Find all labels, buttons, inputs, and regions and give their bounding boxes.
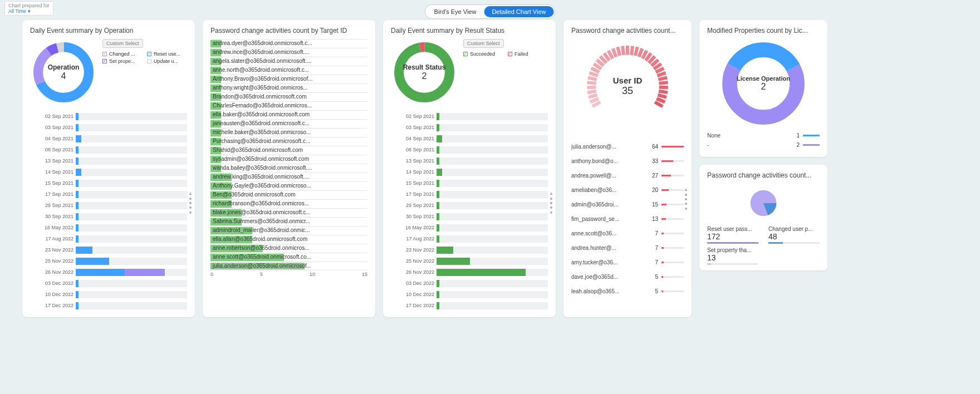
bar-row[interactable]: 03 Dec 2022 <box>30 278 187 288</box>
bar-row[interactable]: 30 Sep 2021 <box>391 211 548 221</box>
bar-row[interactable]: richardbranson@o365droid.onmicros... <box>210 199 367 208</box>
bar-row[interactable]: 02 Sep 2021 <box>391 111 548 121</box>
bar-row[interactable]: andrea.dyer@o365droid.onmicrosoft.c... <box>210 39 367 48</box>
bar-row[interactable]: 17 Dec 2022 <box>391 301 548 311</box>
pie-password-activities[interactable] <box>738 184 788 223</box>
bar-row[interactable]: 17 Sep 2021 <box>30 189 187 199</box>
chevron-up-icon[interactable]: ▲ <box>684 187 688 192</box>
custom-select-button[interactable]: Custom Select <box>102 39 143 48</box>
bar-row[interactable]: 29 Sep 2021 <box>30 200 187 210</box>
bar-row[interactable]: CharlesFernado@o365droid.onmicros... <box>210 101 367 110</box>
bar-row[interactable]: 13 Sep 2021 <box>30 156 187 166</box>
gauge-user-id[interactable]: User ID 35 <box>580 39 675 134</box>
chevron-down-icon[interactable]: ▼ <box>684 206 688 211</box>
legend-item[interactable]: Succeeded <box>463 51 503 57</box>
list-item[interactable]: andrea.hunter@...7 <box>571 240 684 255</box>
bar-row[interactable]: 30 Sep 2021 <box>30 211 187 221</box>
bar-row[interactable]: michelle.baker@o365droid.onmicroso... <box>210 128 367 137</box>
bar-row[interactable]: Anthony.Bravo@o365droid.onmicrosof... <box>210 75 367 83</box>
bar-row[interactable]: 26 Nov 2022 <box>391 267 548 277</box>
bar-row[interactable]: Brandon@o365droid.onmicrosoft.com <box>210 92 367 101</box>
bar-row[interactable]: janeausten@o365droid.onmicrosoft.c... <box>210 119 367 128</box>
bar-row[interactable]: 25 Nov 2022 <box>30 256 187 266</box>
bar-row[interactable]: 17 Aug 2022 <box>30 234 187 244</box>
bar-row[interactable]: 14 Sep 2021 <box>391 167 548 177</box>
bar-row[interactable]: 25 Nov 2022 <box>391 256 548 266</box>
bar-row[interactable]: anne.north@o365droid.onmicrosoft.c... <box>210 66 367 75</box>
bar-row[interactable]: 17 Aug 2022 <box>391 234 548 244</box>
list-item[interactable]: admin@o365droi...15 <box>571 197 684 211</box>
bar-row[interactable]: 17 Dec 2022 <box>30 301 187 311</box>
custom-select-button[interactable]: Custom Select <box>463 39 504 48</box>
bar-row[interactable]: Ben@o365droid.onmicrosoft.com <box>210 190 367 199</box>
bar-row[interactable]: 04 Sep 2021 <box>391 134 548 144</box>
bar-row[interactable]: andrew.ince@o365droid.onmicrosoft.... <box>210 48 367 57</box>
bar-row[interactable]: 02 Sep 2021 <box>30 111 187 121</box>
bar-row[interactable]: 26 Nov 2022 <box>30 267 187 277</box>
chevron-down-icon[interactable]: ▼ <box>188 210 193 215</box>
scroll-control[interactable]: ▲ ▼ <box>549 191 553 215</box>
bar-row[interactable]: Anthony.Gayle@o365droid.onmicroso... <box>210 181 367 190</box>
bar-row[interactable]: anthony.wright@o365droid.onmicros... <box>210 83 367 92</box>
bar-row[interactable]: 17 Sep 2021 <box>391 189 548 199</box>
prep-value[interactable]: All Time ▾ <box>8 8 50 14</box>
stat-item[interactable]: Set property tha...13 <box>707 247 758 265</box>
legend-item[interactable]: Update u... <box>147 58 187 64</box>
bar-row[interactable]: Shahid@o365droid.onmicrosoft.com <box>210 146 367 155</box>
bar-row[interactable]: 13 Sep 2021 <box>391 156 548 166</box>
donut-operation[interactable]: Operation 4 <box>30 39 97 106</box>
legend-item[interactable]: Failed <box>508 51 548 57</box>
chevron-up-icon[interactable]: ▲ <box>188 191 193 196</box>
list-item[interactable]: andrea.powell@...27 <box>571 168 684 183</box>
bar-row[interactable]: Sabrina.Summers@o365droid.onmicr... <box>210 217 367 226</box>
bar-row[interactable]: 14 Sep 2021 <box>30 167 187 177</box>
legend-item[interactable]: -2 <box>707 142 820 148</box>
bar-row[interactable]: ella.baker@o365droid.onmicrosoft.com <box>210 110 367 119</box>
chevron-up-icon[interactable]: ▲ <box>549 191 553 196</box>
legend-item[interactable]: Set prope... <box>102 58 143 64</box>
bar-row[interactable]: 03 Sep 2021 <box>30 122 187 132</box>
list-item[interactable]: julia.anderson@...64 <box>571 139 684 154</box>
legend-item[interactable]: Changed ... <box>102 51 143 57</box>
bar-row[interactable]: 23 Nov 2022 <box>391 245 548 255</box>
bar-row[interactable]: anne.robertson@o365droid.onmicros... <box>210 244 367 253</box>
bar-row[interactable]: 03 Sep 2021 <box>391 122 548 132</box>
bar-row[interactable]: 04 Sep 2021 <box>30 134 187 144</box>
donut-license-operation[interactable]: License Operation 2 <box>719 39 808 128</box>
bar-row[interactable]: Purchasing@o365droid.onmicrosoft.c... <box>210 137 367 146</box>
bar-row[interactable]: 08 Sep 2021 <box>391 145 548 155</box>
bar-row[interactable]: 10 Dec 2022 <box>30 289 187 299</box>
bar-row[interactable]: 23 Nov 2022 <box>30 245 187 255</box>
bar-row[interactable]: angela.slater@o365droid.onmicrosoft.... <box>210 57 367 66</box>
list-item[interactable]: ameliaben@o36...20 <box>571 183 684 197</box>
list-item[interactable]: dave.joe@o365d...5 <box>571 269 684 284</box>
list-item[interactable]: anne.scott@o36...7 <box>571 226 684 240</box>
bar-row[interactable]: 15 Sep 2021 <box>391 178 548 188</box>
legend-item[interactable]: None1 <box>707 132 820 139</box>
bar-row[interactable]: 08 Sep 2021 <box>30 145 187 155</box>
bar-row[interactable]: anne.scott@o365droid.onmicrosoft.co... <box>210 253 367 262</box>
bar-row[interactable]: 16 May 2022 <box>30 223 187 233</box>
scroll-control[interactable]: ▲ ▼ <box>188 191 193 215</box>
list-item[interactable]: amy.tucker@o36...7 <box>571 255 684 269</box>
donut-result-status[interactable]: Result Status 2 <box>391 39 458 106</box>
bar-row[interactable]: sysadmin@o365droid.onmicrosoft.com <box>210 155 367 164</box>
stat-item[interactable]: Changed user p...48 <box>768 226 820 244</box>
bar-row[interactable]: ella.allan@o365droid.onmicrosoft.com <box>210 235 367 244</box>
tab-detailed-chart[interactable]: Detailed Chart View <box>484 6 553 17</box>
stat-item[interactable]: Reset user pass...172 <box>707 226 758 244</box>
bar-row[interactable]: admindroid_mailer@o365droid.onmic... <box>210 226 367 235</box>
list-item[interactable]: anthony.bond@o...33 <box>571 154 684 168</box>
bar-row[interactable]: blake.jones@o365droid.onmicrosoft.c... <box>210 208 367 217</box>
bar-row[interactable]: 29 Sep 2021 <box>391 200 548 210</box>
list-item[interactable]: leah.alsop@o365...5 <box>571 284 684 298</box>
bar-row[interactable]: julia.anderson@o365droid.onmicrosof... <box>210 262 367 270</box>
bar-row[interactable]: 10 Dec 2022 <box>391 289 548 299</box>
bar-row[interactable]: wanda.bailey@o365droid.onmicrosoft.... <box>210 164 367 173</box>
scroll-control[interactable]: ▲ ▼ <box>684 187 688 211</box>
bar-row[interactable]: 03 Dec 2022 <box>391 278 548 288</box>
bar-row[interactable]: 15 Sep 2021 <box>30 178 187 188</box>
list-item[interactable]: fim_password_se...13 <box>571 211 684 226</box>
tab-birds-eye[interactable]: Bird's Eye View <box>427 6 484 17</box>
chart-prepared-for[interactable]: Chart prepared for All Time ▾ <box>4 1 53 16</box>
